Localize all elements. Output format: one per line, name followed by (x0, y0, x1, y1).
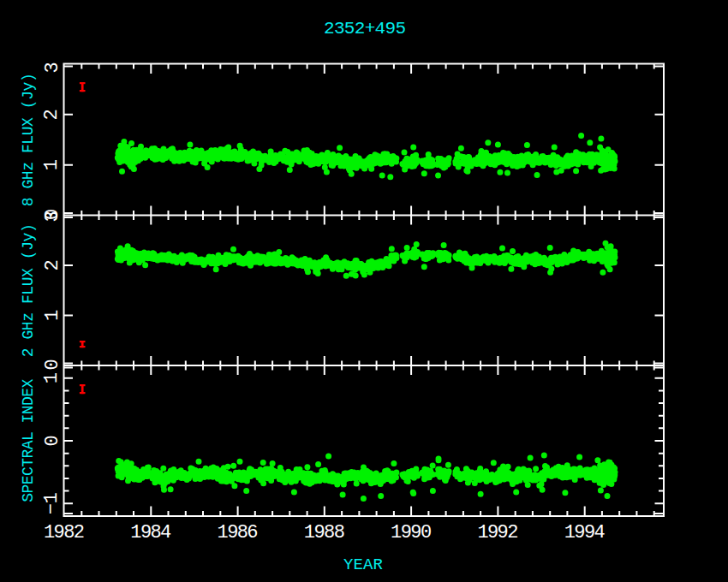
svg-text:1992: 1992 (477, 522, 518, 543)
svg-text:3: 3 (42, 211, 63, 222)
svg-text:2352+495: 2352+495 (324, 19, 406, 39)
svg-text:1986: 1986 (218, 522, 259, 543)
svg-text:1: 1 (42, 372, 63, 383)
svg-text:8 GHz FLUX (Jy): 8 GHz FLUX (Jy) (20, 73, 37, 206)
svg-text:3: 3 (42, 62, 63, 73)
svg-text:2: 2 (42, 109, 63, 120)
svg-text:SPECTRAL INDEX: SPECTRAL INDEX (20, 379, 37, 502)
svg-text:1982: 1982 (44, 522, 85, 543)
svg-text:1: 1 (42, 159, 63, 170)
svg-text:−1: −1 (42, 492, 63, 514)
svg-text:0: 0 (42, 435, 63, 446)
svg-text:1988: 1988 (304, 522, 345, 543)
svg-text:1984: 1984 (130, 522, 171, 543)
svg-text:1990: 1990 (391, 522, 432, 543)
svg-text:1: 1 (42, 310, 63, 321)
svg-text:1994: 1994 (564, 522, 606, 543)
svg-text:0: 0 (42, 359, 63, 370)
svg-text:YEAR: YEAR (343, 555, 383, 574)
svg-text:2: 2 (42, 259, 63, 270)
svg-text:2 GHz FLUX (Jy): 2 GHz FLUX (Jy) (20, 223, 37, 357)
